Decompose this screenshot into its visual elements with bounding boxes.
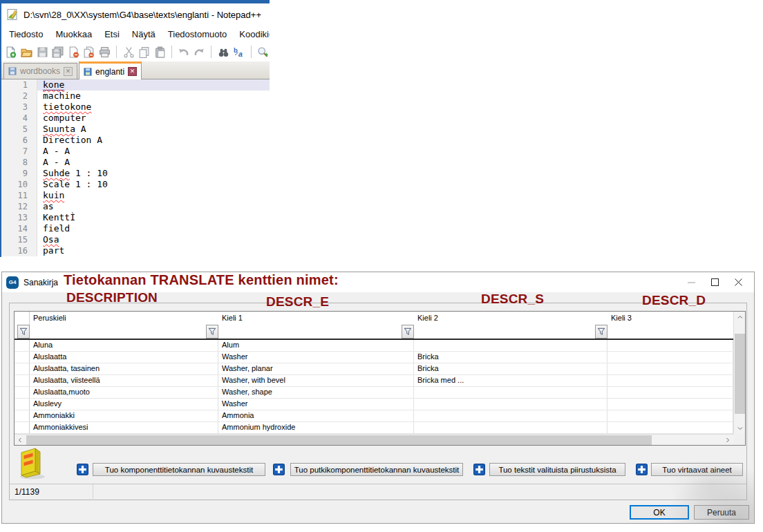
table-row[interactable]: AmmoniakkivesiAmmonium hydroxide <box>15 422 733 434</box>
editor-line[interactable]: 11kuin <box>1 190 270 201</box>
cell[interactable]: Aluslaatta, tasainen <box>30 363 218 374</box>
cell[interactable]: Aluslaatta, viisteellä <box>30 375 218 386</box>
import-plus-icon[interactable] <box>636 464 648 475</box>
replace-button[interactable]: b a <box>232 45 246 59</box>
close-document-button[interactable] <box>67 45 81 59</box>
row-selector[interactable] <box>15 340 30 351</box>
filter-funnel-button[interactable] <box>402 325 414 339</box>
save-button[interactable] <box>35 45 49 59</box>
cell[interactable]: Bricka <box>414 363 607 374</box>
cell[interactable]: Aluslaatta,muoto <box>30 387 218 398</box>
cell[interactable] <box>414 410 607 421</box>
scroll-up-icon[interactable] <box>734 312 746 323</box>
editor-line[interactable]: 1kone <box>1 79 270 91</box>
tab-englanti[interactable]: englanti ✕ <box>79 61 142 79</box>
filter-funnel-button[interactable] <box>17 325 30 339</box>
column-header-kieli1[interactable]: Kieli 1 <box>218 312 414 325</box>
cell[interactable]: Bricka <box>414 352 607 363</box>
minimize-button[interactable] <box>679 274 703 292</box>
tab-wordbooks[interactable]: wordbooks ✕ <box>3 63 77 79</box>
filter-input-kieli2[interactable] <box>414 327 595 339</box>
redo-button[interactable] <box>193 45 207 59</box>
find-button[interactable] <box>216 45 230 59</box>
tab-close-icon[interactable]: ✕ <box>128 67 137 76</box>
table-row[interactable]: Aluslaatta,muotoWasher, shape <box>15 387 733 399</box>
cell[interactable] <box>414 340 607 351</box>
cell[interactable]: Washer <box>218 399 414 410</box>
editor-line[interactable]: 16part <box>1 245 270 256</box>
paste-button[interactable] <box>153 45 167 59</box>
close-all-documents-button[interactable] <box>82 45 96 59</box>
row-selector[interactable] <box>15 375 30 386</box>
cell[interactable]: Aluslaatta <box>30 352 218 363</box>
table-row[interactable]: Aluslaatta, viisteelläWasher, with bevel… <box>15 375 733 387</box>
import-plus-icon[interactable] <box>273 464 285 475</box>
import-texts-from-drawings-button[interactable]: Tuo tekstit valituista piirustuksista <box>489 463 625 476</box>
cell[interactable]: Washer <box>218 352 414 363</box>
editor-line[interactable]: 7A - A <box>1 146 270 157</box>
open-file-button[interactable] <box>20 45 34 59</box>
vertical-scrollbar[interactable] <box>733 312 745 434</box>
import-component-descriptions-button[interactable]: Tuo komponenttitietokannan kuvaustekstit <box>93 463 265 476</box>
table-row[interactable]: AluslaattaWasherBricka <box>15 352 733 363</box>
table-row[interactable]: AlunaAlum <box>15 340 733 352</box>
cell[interactable]: Ammoniakki <box>30 410 218 421</box>
cell[interactable]: Aluslevy <box>30 399 218 410</box>
editor-line[interactable]: 8A - A <box>1 157 270 168</box>
cell[interactable]: Ammonium hydroxide <box>218 422 414 433</box>
editor-line[interactable]: 4computer <box>1 113 270 124</box>
editor-line[interactable]: 10Scale 1 : 10 <box>1 179 270 190</box>
editor-line[interactable]: 13KenttÌ <box>1 212 270 223</box>
notepad-titlebar[interactable]: D:\svn\28_0\XX\system\G4\base\texts\engl… <box>1 3 270 26</box>
cell[interactable] <box>607 340 733 351</box>
cell[interactable] <box>607 363 733 374</box>
scroll-left-icon[interactable] <box>15 435 26 446</box>
import-plus-icon[interactable] <box>77 464 88 475</box>
cell[interactable] <box>607 399 733 410</box>
cell[interactable]: Aluna <box>30 340 218 351</box>
cell[interactable] <box>607 410 733 421</box>
editor-line[interactable]: 6Direction A <box>1 135 270 146</box>
editor-line[interactable]: 14field <box>1 223 270 234</box>
cell[interactable]: Alum <box>218 340 414 351</box>
table-row[interactable]: AmmoniakkiAmmonia <box>15 410 733 422</box>
cell[interactable] <box>607 352 733 363</box>
import-plus-icon[interactable] <box>473 464 485 475</box>
scroll-down-icon[interactable] <box>734 423 746 434</box>
row-selector[interactable] <box>15 399 30 410</box>
cell[interactable] <box>607 387 733 398</box>
copy-button[interactable] <box>138 45 151 59</box>
zoom-in-button[interactable] <box>256 45 270 59</box>
menu-tiedostomuoto[interactable]: Tiedostomuoto <box>168 29 227 39</box>
column-header-kieli3[interactable]: Kieli 3 <box>607 312 733 325</box>
cell[interactable]: Ammoniakkivesi <box>30 422 218 433</box>
column-header-peruskieli[interactable]: Peruskieli <box>30 312 218 325</box>
row-selector[interactable] <box>15 422 30 433</box>
row-selector[interactable] <box>15 410 30 421</box>
table-row[interactable]: AluslevyWasher <box>15 399 733 410</box>
filter-input-kieli3[interactable] <box>607 327 733 339</box>
editor-line[interactable]: 9Suhde 1 : 10 <box>1 168 270 179</box>
editor-line[interactable]: 2machine <box>1 91 270 102</box>
menu-muokkaa[interactable]: Muokkaa <box>55 29 92 39</box>
filter-funnel-button[interactable] <box>206 325 218 339</box>
vertical-scroll-thumb[interactable] <box>735 334 745 414</box>
cell[interactable]: Bricka med ... <box>414 375 607 386</box>
row-selector[interactable] <box>15 387 30 398</box>
cell[interactable] <box>414 387 607 398</box>
filter-funnel-button[interactable] <box>595 325 607 339</box>
cell[interactable]: Washer, with bevel <box>218 375 414 386</box>
new-file-button[interactable] <box>4 45 18 59</box>
scroll-right-icon[interactable] <box>722 435 733 446</box>
menu-koodikieli[interactable]: Koodikieli <box>239 29 270 39</box>
maximize-button[interactable] <box>703 274 726 292</box>
filter-input-kieli1[interactable] <box>218 327 402 339</box>
filter-input-peruskieli[interactable] <box>30 327 206 339</box>
cell[interactable]: Ammonia <box>218 410 414 421</box>
editor-line[interactable]: 3tietokone <box>1 102 270 113</box>
cell[interactable]: Washer, planar <box>218 363 414 374</box>
tab-close-icon[interactable]: ✕ <box>64 67 73 76</box>
import-pipe-component-descriptions-button[interactable]: Tuo putkikomponenttitietokannan kuvauste… <box>290 463 463 476</box>
horizontal-scrollbar[interactable] <box>15 434 733 445</box>
horizontal-scroll-thumb[interactable] <box>26 435 652 445</box>
